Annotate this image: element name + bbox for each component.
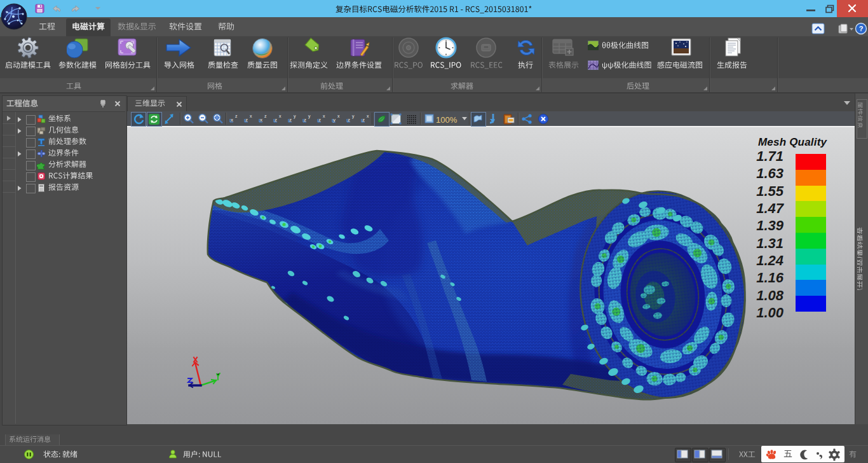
svg-text:y: y [308,114,311,119]
svg-text:z: z [235,114,238,118]
svg-text:x: x [367,114,369,118]
svg-text:x: x [337,114,340,118]
svg-text:z: z [264,114,267,118]
svg-text:?: ? [859,25,864,32]
svg-text:y: y [294,114,296,119]
svg-text:x: x [250,114,252,118]
svg-text:x: x [323,114,325,118]
svg-text:x: x [279,114,281,118]
svg-text:y: y [352,114,355,119]
